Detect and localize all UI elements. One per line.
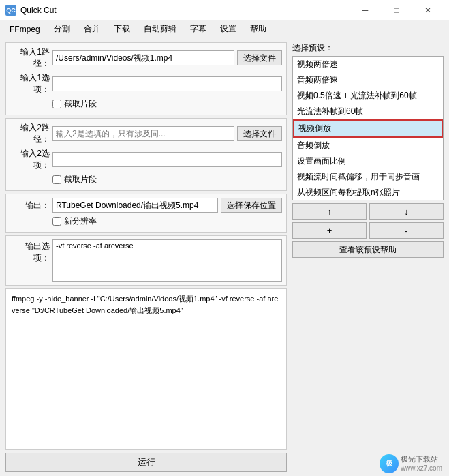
input2-clip-checkbox[interactable] <box>52 175 61 184</box>
preset-label: 选择预设： <box>292 42 444 54</box>
app-title: Quick Cut <box>20 5 350 15</box>
preset-up-button[interactable]: ↑ <box>292 203 367 220</box>
watermark-logo: 极 <box>380 454 399 473</box>
preset-add-button[interactable]: + <box>292 222 367 239</box>
preset-item[interactable]: 视频倒放 <box>293 119 443 138</box>
menu-item-FFmpeg[interactable]: FFmpeg <box>3 20 47 38</box>
command-box: ffmpeg -y -hide_banner -i "C:/Users/admi… <box>5 288 287 450</box>
input2-path-label: 输入2路径： <box>10 122 50 145</box>
new-resolution-checkbox[interactable] <box>52 217 61 226</box>
preset-item[interactable]: 从视频区间每秒提取n张照片 <box>293 185 443 200</box>
menu-item-字幕[interactable]: 字幕 <box>183 20 213 38</box>
app-icon: QC <box>5 5 16 16</box>
output-input[interactable] <box>52 198 218 213</box>
input1-choose-button[interactable]: 选择文件 <box>237 50 282 65</box>
close-button[interactable]: ✕ <box>412 0 444 20</box>
preset-item[interactable]: 光流法补帧到60帧 <box>293 104 443 119</box>
input2-options-label: 输入2选项： <box>10 148 50 171</box>
new-resolution-label: 新分辨率 <box>64 215 97 227</box>
input2-options-input[interactable] <box>52 152 282 167</box>
command-text: ffmpeg -y -hide_banner -i "C:/Users/admi… <box>12 295 278 314</box>
menu-item-设置[interactable]: 设置 <box>213 20 243 38</box>
window-controls: ─ □ ✕ <box>350 0 444 20</box>
input2-section: 输入2路径： 选择文件 输入2选项： 截取片段 <box>5 118 287 191</box>
input1-path-label: 输入1路径： <box>10 46 50 70</box>
menu-item-下载[interactable]: 下载 <box>107 20 137 38</box>
input1-clip-row: 截取片段 <box>52 98 282 110</box>
output-section: 输出： 选择保存位置 新分辨率 <box>5 194 287 233</box>
preset-remove-button[interactable]: - <box>369 222 444 239</box>
input2-choose-button[interactable]: 选择文件 <box>237 126 282 141</box>
output-options-section: 输出选项： <box>5 235 287 286</box>
input1-path-input[interactable] <box>52 50 234 65</box>
preset-item[interactable]: 设置画面比例 <box>293 153 443 169</box>
watermark-title: 极光下载站 <box>401 455 442 464</box>
input1-clip-checkbox[interactable] <box>52 100 61 108</box>
preset-help-button[interactable]: 查看该预设帮助 <box>292 241 444 258</box>
input2-clip-label: 截取片段 <box>64 174 97 185</box>
run-button[interactable]: 运行 <box>5 453 287 472</box>
right-panel: 选择预设： 视频两倍速音频两倍速视频0.5倍速 + 光流法补帧到60帧光流法补帧… <box>292 42 444 472</box>
preset-item[interactable]: 视频两倍速 <box>293 57 443 72</box>
output-options-textarea[interactable] <box>52 239 282 282</box>
output-label: 输出： <box>10 200 50 211</box>
menu-item-合并[interactable]: 合并 <box>77 20 107 38</box>
maximize-button[interactable]: □ <box>381 0 412 20</box>
new-resolution-row: 新分辨率 <box>52 215 282 227</box>
title-bar: QC Quick Cut ─ □ ✕ <box>0 0 449 20</box>
menu-item-自动剪辑[interactable]: 自动剪辑 <box>137 20 183 38</box>
input1-clip-label: 截取片段 <box>64 98 97 110</box>
preset-list[interactable]: 视频两倍速音频两倍速视频0.5倍速 + 光流法补帧到60帧光流法补帧到60帧视频… <box>292 56 444 200</box>
preset-item[interactable]: 视频流时间戳偏移，用于同步音画 <box>293 169 443 185</box>
watermark-text-block: 极光下载站 www.xz7.com <box>401 455 442 472</box>
input2-clip-row: 截取片段 <box>52 174 282 185</box>
input1-section: 输入1路径： 选择文件 输入1选项： 截取片段 <box>5 42 287 115</box>
preset-down-button[interactable]: ↓ <box>369 203 444 220</box>
preset-item[interactable]: 音频倒放 <box>293 138 443 153</box>
input2-path-input[interactable] <box>52 126 234 141</box>
left-panel: 输入1路径： 选择文件 输入1选项： 截取片段 输入2路径： 选择文件 输入2选… <box>5 42 287 472</box>
minimize-button[interactable]: ─ <box>350 0 381 20</box>
watermark-url: www.xz7.com <box>401 464 442 473</box>
watermark: 极 极光下载站 www.xz7.com <box>380 454 442 473</box>
preset-move-row: ↑ ↓ <box>292 203 444 220</box>
input1-options-input[interactable] <box>52 76 282 91</box>
output-choose-button[interactable]: 选择保存位置 <box>221 198 282 213</box>
menu-bar: FFmpeg分割合并下载自动剪辑字幕设置帮助 <box>0 20 449 38</box>
preset-item[interactable]: 音频两倍速 <box>293 72 443 88</box>
preset-item[interactable]: 视频0.5倍速 + 光流法补帧到60帧 <box>293 88 443 104</box>
menu-item-分割[interactable]: 分割 <box>47 20 77 38</box>
output-options-label: 输出选项： <box>10 239 50 264</box>
input1-options-label: 输入1选项： <box>10 72 50 95</box>
preset-add-remove-row: + - <box>292 222 444 239</box>
menu-item-帮助[interactable]: 帮助 <box>243 20 273 38</box>
